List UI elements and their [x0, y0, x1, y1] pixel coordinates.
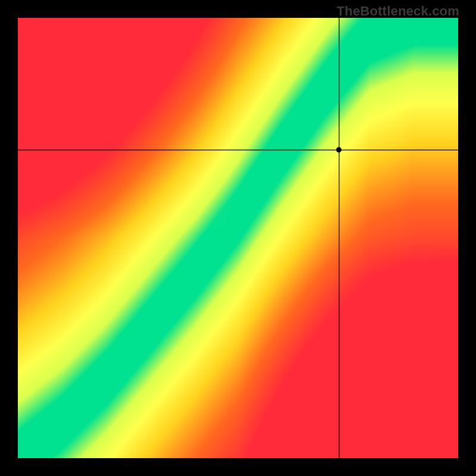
watermark-label: TheBottleneck.com — [337, 4, 459, 19]
crosshair-overlay — [0, 0, 476, 476]
chart-container: TheBottleneck.com — [0, 0, 476, 476]
